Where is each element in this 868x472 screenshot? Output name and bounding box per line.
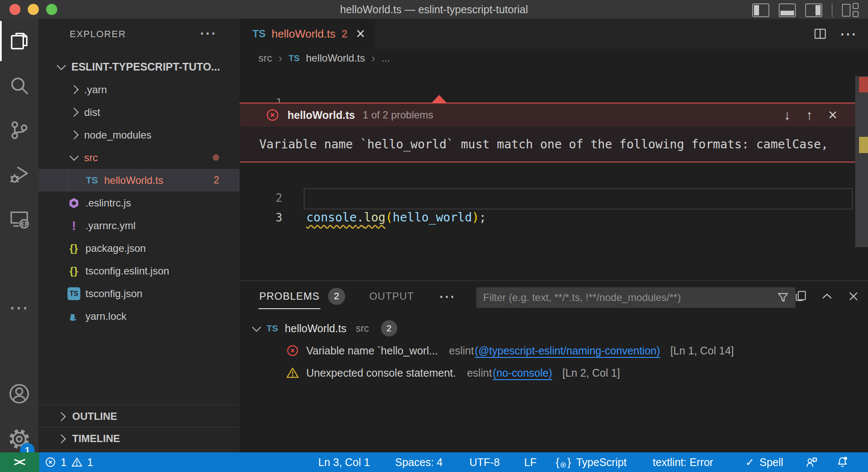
panel-actions [794,281,860,312]
tree-root-folder[interactable]: ESLINT-TYPESCRIPT-TUTO... [38,56,240,78]
tab-bar: TS helloWorld.ts 2 × ⋯ [240,19,868,49]
code-line-3[interactable]: 3 [240,188,855,208]
file-label: package.json [85,242,146,254]
tree-folder-dist[interactable]: dist [38,101,240,124]
activitybar-run-debug[interactable] [0,152,38,197]
variable-hello-world: hello_world [393,210,472,224]
split-editor-icon[interactable] [813,27,827,41]
eslint-icon [67,197,81,209]
activitybar-more-icon[interactable]: ⋯ [0,292,38,322]
textlint-status[interactable]: textlint: Error [653,452,713,472]
activitybar-search[interactable] [0,63,38,108]
chevron-right-icon: › [279,52,282,65]
language-mode[interactable]: { } TypeScript [556,452,627,472]
divider [832,3,833,17]
tree-file-yarnrc[interactable]: ! .yarnrc.yml [38,214,240,237]
yaml-icon: ! [72,218,76,233]
problem-rule-link[interactable]: (no-console) [493,367,552,379]
customize-layout-icon[interactable] [842,3,859,17]
tree-file-tsconfig-json[interactable]: TS tsconfig.json [38,282,240,305]
explorer-actions-icon[interactable]: ⋯ [199,19,216,50]
problem-row-error[interactable]: Variable name `hello_worl... eslint(@typ… [240,340,868,361]
outline-section[interactable]: OUTLINE [38,405,240,428]
view-as-table-icon[interactable] [794,289,807,303]
problem-rule-link[interactable]: (@typescript-eslint/naming-convention) [475,345,660,357]
files-icon [9,30,30,52]
previous-problem-icon[interactable]: ↑ [806,107,813,123]
panel-tabs: PROBLEMS 2 OUTPUT ⋯ [240,281,868,312]
maximize-panel-icon[interactable] [820,289,834,303]
breadcrumb-symbol[interactable]: ... [381,52,390,64]
tsconfig-icon: TS [67,287,80,300]
close-peek-icon[interactable]: × [828,106,837,124]
encoding[interactable]: UTF-8 [469,452,500,472]
editor-more-actions-icon[interactable]: ⋯ [839,24,857,44]
account-icon[interactable] [7,382,31,406]
indentation[interactable]: Spaces: 4 [395,452,443,472]
status-bar: >< 1 1 Ln 3, Col 1 Spaces: 4 UTF-8 LF { … [0,452,868,472]
explorer-sidebar: EXPLORER ⋯ ESLINT-TYPESCRIPT-TUTO... .ya… [38,19,240,452]
window-title: helloWorld.ts — eslint-typescript-tutori… [0,0,868,19]
chevron-right-icon [57,434,66,443]
tree-file-package-json[interactable]: {} package.json [38,237,240,260]
toggle-panel-icon[interactable] [779,3,796,17]
problems-file-group[interactable]: TS helloWorld.ts src 2 [240,318,868,339]
activitybar-explorer[interactable] [0,19,38,63]
peek-problem-count: 1 of 2 problems [363,109,433,121]
problem-location: [Ln 1, Col 14] [670,345,734,357]
chevron-down-icon [70,152,79,161]
tab-problems[interactable]: PROBLEMS 2 [258,281,345,312]
problem-location: [Ln 2, Col 1] [563,367,620,379]
json-icon: {} [70,265,79,277]
tab-helloworld-ts[interactable]: TS helloWorld.ts 2 × [240,19,375,49]
cursor-position[interactable]: Ln 3, Col 1 [318,452,370,472]
code-line-2[interactable]: 2 console.log(hello_world); [240,168,855,188]
file-label: .yarnrc.yml [85,220,135,232]
search-icon [9,75,30,96]
close-panel-icon[interactable] [847,289,860,303]
tree-file-yarn-lock[interactable]: yarn.lock [38,305,240,327]
tree-file-helloworld-ts[interactable]: TS helloWorld.ts 2 [38,169,240,192]
method-log: log [364,210,386,224]
tree-folder-yarn[interactable]: .yarn [38,78,240,101]
outline-label: OUTLINE [72,410,117,422]
toggle-sidebar-icon[interactable] [752,3,769,17]
tab-output[interactable]: OUTPUT [369,290,414,302]
feedback-icon[interactable] [805,452,818,472]
typescript-icon: TS [252,28,266,40]
code-line-1[interactable]: 1 export const hello_world = "Hello Worl… [240,74,855,93]
yarn-cat-icon [67,310,81,322]
file-label: tsconfig.eslint.json [85,265,169,277]
spell-checker[interactable]: ✓ Spell [745,452,783,472]
panel-more-tabs-icon[interactable]: ⋯ [439,287,455,306]
problems-status[interactable]: 1 1 [44,452,93,472]
tree-folder-src[interactable]: src [38,146,240,169]
close-tab-icon[interactable]: × [356,26,365,41]
activitybar-remote-explorer[interactable] [0,197,38,241]
breadcrumb-src[interactable]: src [258,52,272,64]
filter-icon[interactable] [777,291,789,304]
eol-sequence[interactable]: LF [524,452,537,472]
remote-indicator[interactable]: >< [0,452,39,472]
file-label: .eslintrc.js [85,197,131,209]
problems-count-badge: 2 [328,288,345,305]
debug-icon [9,164,30,185]
tree-file-eslintrc[interactable]: .eslintrc.js [38,192,240,214]
timeline-section[interactable]: TIMELINE [38,427,240,450]
warning-icon [286,366,299,380]
error-icon [286,344,299,357]
chevron-right-icon [70,108,79,117]
activitybar-source-control[interactable] [0,108,38,152]
problem-row-warning[interactable]: Unexpected console statement. eslint(no-… [240,362,868,384]
notifications-bell-icon[interactable] [836,452,849,472]
next-problem-icon[interactable]: ↓ [784,107,791,123]
problems-dot-badge [213,154,219,161]
activity-bar: ⋯ 1 [0,19,38,452]
editor-scrollbar[interactable] [855,76,868,247]
breadcrumb-file[interactable]: helloWorld.ts [306,52,365,64]
tree-folder-node-modules[interactable]: node_modules [38,124,240,146]
tree-file-tsconfig-eslint-json[interactable]: {} tsconfig.eslint.json [38,260,240,282]
toggle-secondary-sidebar-icon[interactable] [805,3,822,17]
filter-input[interactable] [482,291,777,304]
editor-actions: ⋯ [813,19,857,49]
